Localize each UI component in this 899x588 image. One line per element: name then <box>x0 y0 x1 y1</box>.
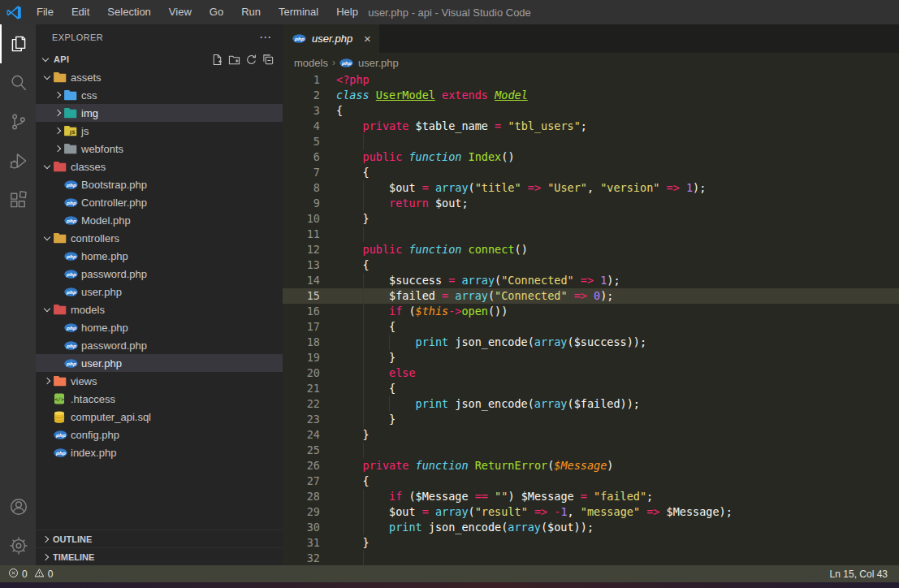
tree-item-password-php[interactable]: phppassword.php <box>36 265 283 283</box>
code-line-5[interactable]: 5 <box>283 134 899 149</box>
run-and-debug-icon[interactable] <box>0 141 36 180</box>
line-number: 11 <box>283 227 320 242</box>
tree-item-config-php[interactable]: phpconfig.php <box>36 426 283 443</box>
code-line-31[interactable]: 31 } <box>283 535 899 551</box>
code-line-20[interactable]: 20 else <box>283 365 899 381</box>
source-control-icon[interactable] <box>0 102 36 141</box>
tree-item-controller-php[interactable]: phpController.php <box>36 193 283 211</box>
explorer-icon[interactable] <box>0 24 36 63</box>
tree-item-css[interactable]: css <box>36 86 283 104</box>
code-line-29[interactable]: 29 $out = array("result" => -1, "message… <box>283 504 899 520</box>
code-line-17[interactable]: 17 { <box>283 319 899 335</box>
tree-item-classes[interactable]: classes <box>36 158 283 175</box>
code-line-3[interactable]: 3{ <box>283 103 899 119</box>
code-line-15[interactable]: 15 $failed = array("Connected" => 0); <box>283 288 899 304</box>
code-line-14[interactable]: 14 $success = array("Connected" => 1); <box>283 273 899 288</box>
tree-item-js[interactable]: JSjs <box>36 122 283 140</box>
svg-text:php: php <box>56 432 67 438</box>
code-line-4[interactable]: 4 private $table_name = "tbl_users"; <box>283 119 899 134</box>
tree-item--htaccess[interactable]: </>.htaccess <box>36 390 283 408</box>
account-icon[interactable] <box>0 487 36 526</box>
breadcrumb: models › php user.php <box>283 53 899 72</box>
menu-help[interactable]: Help <box>327 0 367 24</box>
code-line-32[interactable]: 32 <box>283 551 899 565</box>
menu-file[interactable]: File <box>28 0 63 24</box>
folder-icon <box>54 232 68 244</box>
tree-item-home-php[interactable]: phphome.php <box>36 318 283 336</box>
code-line-11[interactable]: 11 <box>283 227 899 242</box>
code-line-23[interactable]: 23 } <box>283 412 899 427</box>
cursor-position[interactable]: Ln 15, Col 43 <box>830 569 888 580</box>
section-header-api[interactable]: API <box>36 50 283 68</box>
code-line-28[interactable]: 28 if ($Message == "") $Message = "faile… <box>283 489 899 504</box>
breadcrumb-models[interactable]: models <box>294 57 328 69</box>
tree-item-user-php[interactable]: phpuser.php <box>36 354 283 372</box>
settings-gear-icon[interactable] <box>0 526 36 565</box>
menu-selection[interactable]: Selection <box>98 0 159 24</box>
code-line-13[interactable]: 13 { <box>283 257 899 273</box>
tree-item-controllers[interactable]: controllers <box>36 229 283 247</box>
extensions-icon[interactable] <box>0 180 36 219</box>
menu-edit[interactable]: Edit <box>63 0 98 24</box>
code-line-1[interactable]: 1<?php <box>283 72 899 88</box>
code-line-30[interactable]: 30 print json_encode(array($out)); <box>283 520 899 535</box>
new-folder-icon[interactable] <box>228 54 240 66</box>
search-icon[interactable] <box>0 63 36 102</box>
code-line-25[interactable]: 25 <box>283 443 899 458</box>
tab-user-php[interactable]: php user.php × <box>283 24 379 53</box>
svg-text:php: php <box>67 361 77 366</box>
code-line-24[interactable]: 24 } <box>283 427 899 443</box>
svg-text:</>: </> <box>54 396 64 403</box>
tree-item-models[interactable]: models <box>36 300 283 318</box>
tree-item-computer-api-sql[interactable]: computer_api.sql <box>36 408 283 426</box>
code-line-10[interactable]: 10 } <box>283 211 899 227</box>
tree-item-views[interactable]: views <box>36 372 283 390</box>
tree-item-password-php[interactable]: phppassword.php <box>36 336 283 354</box>
code-line-16[interactable]: 16 if ($this->open()) <box>283 304 899 319</box>
tree-item-index-php[interactable]: phpindex.php <box>36 443 283 461</box>
code-line-18[interactable]: 18 print json_encode(array($success)); <box>283 335 899 350</box>
tree-item-bootstrap-php[interactable]: phpBootstrap.php <box>36 175 283 193</box>
code-line-27[interactable]: 27 { <box>283 473 899 489</box>
line-number: 29 <box>283 504 320 520</box>
menu-view[interactable]: View <box>160 0 201 24</box>
svg-text:php: php <box>67 200 77 205</box>
code-line-9[interactable]: 9 return $out; <box>283 196 899 211</box>
chevron-right-icon <box>51 92 64 98</box>
collapse-folders-icon[interactable] <box>262 54 274 66</box>
code-line-19[interactable]: 19 } <box>283 350 899 365</box>
tree-item-home-php[interactable]: phphome.php <box>36 247 283 265</box>
ellipsis-icon[interactable]: ⋯ <box>259 30 271 45</box>
code-line-21[interactable]: 21 { <box>283 381 899 396</box>
tree-item-assets[interactable]: assets <box>36 68 283 86</box>
tree-item-user-php[interactable]: phpuser.php <box>36 283 283 300</box>
line-number: 27 <box>283 473 320 489</box>
code-line-22[interactable]: 22 print json_encode(array($failed)); <box>283 396 899 412</box>
breadcrumb-user-php[interactable]: user.php <box>358 57 399 69</box>
new-file-icon[interactable] <box>211 54 223 66</box>
tree-item-model-php[interactable]: phpModel.php <box>36 211 283 229</box>
folder-icon <box>54 71 68 83</box>
chevron-right-icon <box>51 110 64 116</box>
code-line-12[interactable]: 12 public function connect() <box>283 242 899 257</box>
menu-run[interactable]: Run <box>232 0 270 24</box>
refresh-explorer-icon[interactable] <box>245 54 257 66</box>
code-line-6[interactable]: 6 public function Index() <box>283 149 899 165</box>
outline-panel-header[interactable]: OUTLINE <box>36 530 283 547</box>
tree-item-webfonts[interactable]: webfonts <box>36 140 283 158</box>
code-line-2[interactable]: 2class UserModel extends Model <box>283 88 899 103</box>
folder-icon <box>54 375 68 387</box>
tree-item-label: assets <box>71 71 102 84</box>
file-tree: assetscssimgJSjswebfontsclassesphpBootst… <box>36 68 283 530</box>
timeline-panel-header[interactable]: TIMELINE <box>36 547 283 565</box>
tree-item-img[interactable]: img <box>36 104 283 122</box>
menu-terminal[interactable]: Terminal <box>270 0 327 24</box>
folder-icon <box>64 143 79 154</box>
code-area[interactable]: 1<?php2class UserModel extends Model3{4 … <box>283 72 899 565</box>
code-line-26[interactable]: 26 private function ReturnError($Message… <box>283 458 899 473</box>
close-icon[interactable]: × <box>364 32 371 45</box>
menu-go[interactable]: Go <box>201 0 232 24</box>
problems-status[interactable]: 0 0 <box>8 567 53 581</box>
code-line-7[interactable]: 7 { <box>283 165 899 180</box>
code-line-8[interactable]: 8 $out = array("title" => "User", "versi… <box>283 180 899 196</box>
